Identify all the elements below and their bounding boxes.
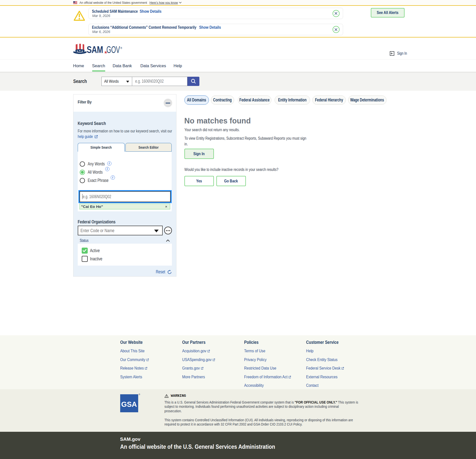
svg-text:★: ★ [81, 50, 83, 52]
svg-text:★: ★ [76, 50, 78, 52]
svg-text:★: ★ [79, 49, 80, 52]
